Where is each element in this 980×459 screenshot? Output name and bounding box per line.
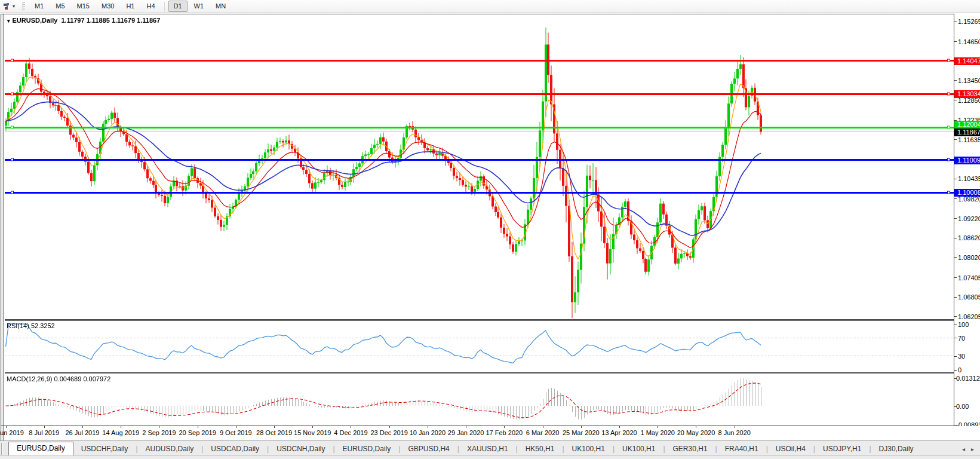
rsi-tick-label: 30 [958, 353, 965, 360]
tf-button-w1[interactable]: W1 [189, 1, 210, 12]
date-label: 20 May 2020 [677, 429, 715, 436]
price-line-label: 1.11009 [954, 157, 980, 164]
toolbar: ▾ M1M5M15M30H1H4D1W1MN [0, 0, 980, 13]
chart-tab-eurusd-daily[interactable]: EURUSD,Daily [335, 443, 399, 455]
date-label: 15 Nov 2019 [294, 429, 331, 436]
macd-panel-canvas[interactable] [5, 374, 954, 426]
chart-tab-xauusd-h1[interactable]: XAUUSD,H1 [459, 443, 516, 455]
chart-tab-uk100-h1[interactable]: UK100,H1 [564, 443, 613, 455]
chart-tab-gbpusd-h4[interactable]: GBPUSD,H4 [400, 443, 457, 455]
price-line-label: 1.13034 [954, 90, 980, 98]
date-tick-mark [198, 426, 198, 428]
toolbar-grip[interactable] [22, 2, 25, 11]
tf-button-h1[interactable]: H1 [121, 1, 140, 12]
window-left-frame [0, 14, 4, 440]
chart-title-ohlc: 1.11797 1.11885 1.11679 1.11867 [61, 17, 160, 24]
price-tick-mark [954, 218, 957, 219]
date-label: 2 Sep 2019 [142, 429, 176, 436]
chart-tab-uk100-h1[interactable]: UK100,H1 [615, 443, 663, 455]
date-tick-mark [466, 426, 466, 428]
chart-tab-usdcnh-daily[interactable]: USDCNH,Daily [269, 443, 333, 455]
chart-tool-icon-glyph [3, 2, 11, 11]
date-label: 14 Aug 2019 [102, 429, 139, 436]
tf-button-m1[interactable]: M1 [29, 1, 49, 12]
price-tick-mark [954, 41, 957, 42]
tf-button-mn[interactable]: MN [210, 1, 231, 12]
main-chart-canvas[interactable] [5, 14, 954, 319]
price-line-label: 1.10008 [954, 189, 980, 197]
price-tick-label: 1.15265 [958, 18, 980, 25]
tf-button-m30[interactable]: M30 [96, 1, 119, 12]
tab-scroll-right-icon[interactable]: ▸ [971, 446, 974, 452]
date-label: 26 Jul 2019 [65, 429, 99, 436]
price-tick-label: 1.08020 [958, 254, 980, 261]
chart-tab-dj30-daily[interactable]: DJ30,Daily [871, 443, 921, 455]
date-label: 19 Jun 2019 [0, 429, 24, 436]
price-tick-mark [954, 238, 957, 238]
date-label: 17 Feb 2020 [486, 429, 523, 436]
price-tick-label: 1.07405 [958, 274, 980, 281]
chart-tab-usdjpy-h1[interactable]: USDJPY,H1 [815, 443, 869, 455]
price-line-label: 1.14047 [954, 57, 980, 65]
date-label: 23 Dec 2019 [370, 429, 407, 436]
chart-tool-icon[interactable] [2, 2, 13, 11]
price-tick-mark [954, 179, 957, 179]
price-tick-label: 1.08620 [958, 234, 980, 241]
date-tick-mark [6, 426, 7, 428]
price-tick-label: 1.11635 [958, 136, 980, 143]
chart-tab-usdchf-daily[interactable]: USDCHF,Daily [73, 443, 136, 455]
date-tick-mark [658, 426, 658, 428]
price-tick-label: 1.06205 [958, 313, 980, 320]
date-label: 13 Apr 2020 [601, 429, 637, 436]
date-tick-mark [735, 426, 735, 428]
status-strip [0, 455, 980, 459]
date-tick-mark [428, 426, 428, 428]
chart-tab-usdcad-daily[interactable]: USDCAD,Daily [203, 443, 267, 455]
chart-tab-ger30-h1[interactable]: GER30,H1 [665, 443, 715, 455]
date-tick-mark [312, 426, 313, 428]
chart-tab-eurusd-daily[interactable]: EURUSD,Daily [8, 442, 73, 455]
tab-scroll-arrows: ◂ ▸ [962, 446, 974, 452]
rsi-tick-label: 70 [958, 335, 965, 342]
date-tick-mark [159, 426, 159, 428]
date-tick-mark [82, 426, 83, 428]
date-label: 20 Sep 2019 [179, 429, 216, 436]
rsi-panel-canvas[interactable] [5, 321, 954, 372]
tf-button-m15[interactable]: M15 [72, 1, 95, 12]
date-tick-mark [389, 426, 390, 428]
date-tick-mark [696, 426, 696, 428]
timeframe-buttons: M1M5M15M30H1H4D1W1MN [29, 1, 232, 12]
chart-tool-dropdown-icon[interactable]: ▾ [13, 4, 20, 9]
tab-scroll-left-icon[interactable]: ◂ [962, 446, 965, 452]
tabs-holder: EURUSD,DailyUSDCHF,Daily|AUDUSD,Daily|US… [8, 441, 921, 455]
price-tick-mark [954, 139, 957, 140]
price-tick-mark [954, 198, 957, 199]
date-tick-mark [236, 426, 236, 428]
price-tick-mark [954, 80, 957, 81]
date-tick-mark [44, 426, 45, 428]
chart-collapse-icon[interactable]: ▾ [7, 18, 10, 24]
date-label: 25 Mar 2020 [563, 429, 600, 436]
time-axis: 19 Jun 20198 Jul 201926 Jul 201914 Aug 2… [5, 426, 980, 440]
date-label: 8 Jul 2019 [29, 429, 59, 436]
chart-tab-usoil-h4[interactable]: USOil,H4 [768, 443, 813, 455]
chart-tab-hk50-h1[interactable]: HK50,H1 [518, 443, 563, 455]
date-tick-mark [543, 426, 543, 428]
price-axis: 1.152651.146501.134501.128501.122351.116… [954, 14, 980, 426]
date-tick-mark [581, 426, 582, 428]
tf-button-h4[interactable]: H4 [141, 1, 160, 12]
price-line-label: 1.12004 [954, 121, 980, 128]
price-tick-label: 1.10435 [958, 175, 980, 182]
tf-button-m5[interactable]: M5 [50, 1, 70, 12]
date-tick-mark [351, 426, 351, 428]
price-tick-mark [954, 316, 957, 317]
chart-title-symbol: EURUSD,Daily [13, 17, 58, 24]
tf-button-d1[interactable]: D1 [168, 1, 188, 12]
price-tick-mark [954, 257, 957, 258]
date-label: 28 Oct 2019 [256, 429, 292, 436]
price-tick-label: 1.09220 [958, 215, 980, 222]
date-tick-mark [619, 426, 620, 428]
date-tick-mark [274, 426, 275, 428]
chart-tab-audusd-daily[interactable]: AUDUSD,Daily [138, 443, 202, 455]
chart-tab-fra40-h1[interactable]: FRA40,H1 [717, 443, 766, 455]
